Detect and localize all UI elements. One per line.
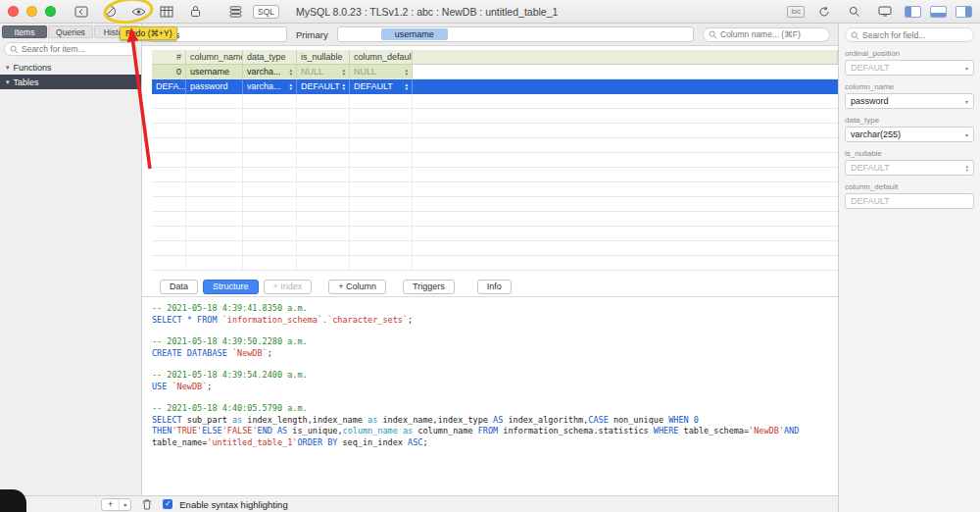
stepper-icon[interactable]: ▴▾ xyxy=(289,68,292,76)
eye-icon[interactable] xyxy=(127,4,149,20)
tab-structure[interactable]: Structure xyxy=(203,280,259,294)
stepper-icon[interactable]: ▴▾ xyxy=(965,164,968,172)
table-row-empty[interactable] xyxy=(152,241,838,256)
column-name-select[interactable]: password ▾ xyxy=(845,93,974,109)
search-icon[interactable] xyxy=(844,4,865,20)
table-row-empty[interactable] xyxy=(152,182,838,197)
header-is-nullable[interactable]: is_nullable xyxy=(297,50,350,65)
plus-icon[interactable]: + xyxy=(102,499,120,509)
sidebar-tab-queries[interactable]: Queries xyxy=(48,26,93,38)
sql-log-line: USE `NewDB`; xyxy=(152,382,828,393)
tab-triggers[interactable]: Triggers xyxy=(403,280,455,294)
table-topbar: Primary username xyxy=(142,24,838,46)
disclosure-triangle-icon[interactable]: ▾ xyxy=(6,78,10,86)
cell-column-name[interactable]: password xyxy=(186,79,243,94)
zoom-window-button[interactable] xyxy=(45,6,56,17)
tab-add-column[interactable]: + Column xyxy=(328,280,386,294)
primary-key-chip[interactable]: username xyxy=(381,28,448,40)
primary-key-field[interactable]: username xyxy=(337,26,694,42)
sidebar-search-input[interactable] xyxy=(22,44,131,54)
cell-column-default[interactable]: NULL ▴▾ xyxy=(350,65,413,79)
chevron-down-icon[interactable]: ▾ xyxy=(965,98,968,105)
sql-editor-button[interactable]: SQL xyxy=(253,5,279,19)
table-row-empty[interactable] xyxy=(152,212,838,227)
chevron-down-icon[interactable]: ▾ xyxy=(965,65,968,72)
sql-log-line: THEN'TRUE'ELSE'FALSE'END AS is_unique,co… xyxy=(152,426,828,437)
table-row-empty[interactable] xyxy=(152,138,838,153)
block-icon[interactable] xyxy=(99,4,121,20)
header-data-type[interactable]: data_type xyxy=(243,50,297,65)
table-row-empty[interactable] xyxy=(152,153,838,168)
table-row-empty[interactable] xyxy=(152,197,838,212)
sidebar-search[interactable] xyxy=(4,42,137,56)
field-label: is_nullable xyxy=(845,149,974,158)
stepper-icon[interactable]: ▴▾ xyxy=(405,68,408,76)
stepper-icon[interactable]: ▴▾ xyxy=(405,82,408,90)
cell-column-name[interactable]: username xyxy=(186,65,243,79)
monitor-icon[interactable] xyxy=(874,4,896,20)
cell-num[interactable]: 0 xyxy=(152,65,186,79)
ordinal-position-select[interactable]: DEFAULT ▾ xyxy=(845,60,974,76)
disclosure-triangle-icon[interactable]: ▾ xyxy=(6,64,10,72)
table-row-empty[interactable] xyxy=(152,168,838,182)
sidebar-tab-items[interactable]: Items xyxy=(2,26,47,38)
add-item-button[interactable]: + ▾ xyxy=(101,498,131,511)
cell-data-type[interactable]: varcha... ▴▾ xyxy=(243,79,297,94)
traffic-lights xyxy=(8,6,56,17)
table-row-empty[interactable] xyxy=(152,256,838,271)
inspector-search[interactable] xyxy=(845,27,974,42)
sidebar-item-functions[interactable]: ▾ Functions xyxy=(0,60,141,75)
column-default-field[interactable]: DEFAULT xyxy=(845,193,974,209)
back-icon[interactable] xyxy=(71,4,92,20)
stepper-icon[interactable]: ▴▾ xyxy=(342,82,345,90)
header-column-name[interactable]: column_name xyxy=(186,50,243,65)
sidebar-item-tables[interactable]: ▾ Tables xyxy=(0,75,141,89)
search-icon xyxy=(10,40,19,58)
refresh-icon[interactable] xyxy=(813,4,835,20)
tab-data[interactable]: Data xyxy=(160,280,198,294)
table-row-empty[interactable] xyxy=(152,94,838,109)
chevron-down-icon[interactable]: ▾ xyxy=(120,501,130,508)
table-row-selected[interactable]: DEFA... password varcha... ▴▾ DEFAULT ▴▾… xyxy=(152,79,838,94)
column-search-input[interactable] xyxy=(720,29,824,39)
cell-num[interactable]: DEFA... xyxy=(152,79,186,94)
table-row[interactable]: 0 username varcha... ▴▾ NULL ▴▾ NULL ▴▾ xyxy=(152,65,838,79)
sql-log-line: table_name='untitled_table_1'ORDER BY se… xyxy=(152,437,828,449)
cell-is-nullable[interactable]: NULL ▴▾ xyxy=(297,65,350,79)
chevron-down-icon[interactable]: ▾ xyxy=(965,131,968,138)
redo-tooltip: Redo (⌘+Y) xyxy=(120,26,177,40)
columns-grid: # column_name data_type is_nullable colu… xyxy=(152,50,838,271)
data-type-select[interactable]: varchar(255) ▾ xyxy=(845,127,974,142)
cell-data-type[interactable]: varcha... ▴▾ xyxy=(243,65,297,79)
minimize-window-button[interactable] xyxy=(26,6,37,17)
tab-add-index[interactable]: + Index xyxy=(264,280,313,294)
tab-info[interactable]: Info xyxy=(477,280,512,294)
cell-column-default[interactable]: DEFAULT ▴▾ xyxy=(350,79,413,94)
table-row-empty[interactable] xyxy=(152,124,838,138)
header-num[interactable]: # xyxy=(152,50,186,65)
toggle-bottom-panel-icon[interactable] xyxy=(930,6,947,18)
table-row-empty[interactable] xyxy=(152,227,838,241)
field-group-column-name: column_name password ▾ xyxy=(845,82,974,109)
inspector-search-input[interactable] xyxy=(862,30,968,40)
stepper-icon[interactable]: ▴▾ xyxy=(342,68,345,76)
field-label: column_name xyxy=(845,82,974,91)
database-stack-icon[interactable] xyxy=(224,4,246,20)
redo-table-icon[interactable] xyxy=(156,4,177,20)
cell-is-nullable[interactable]: DEFAULT ▴▾ xyxy=(297,79,350,94)
stepper-icon[interactable]: ▴▾ xyxy=(289,82,292,90)
sql-log-line: -- 2021-05-18 4:39:50.2280 a.m. xyxy=(152,336,828,348)
syntax-highlighting-checkbox[interactable]: ✓ xyxy=(163,499,172,509)
toggle-left-panel-icon[interactable] xyxy=(905,6,921,18)
field-group-data-type: data_type varchar(255) ▾ xyxy=(845,116,974,142)
table-row-empty[interactable] xyxy=(152,109,838,124)
field-label: data_type xyxy=(845,116,974,125)
trash-icon[interactable] xyxy=(142,498,152,510)
field-label: column_default xyxy=(845,182,974,191)
column-search-field[interactable] xyxy=(703,27,830,42)
close-window-button[interactable] xyxy=(8,6,19,17)
header-column-default[interactable]: column_default xyxy=(350,50,413,65)
is-nullable-stepper[interactable]: DEFAULT ▴▾ xyxy=(845,160,974,176)
toggle-right-panel-icon[interactable] xyxy=(956,6,972,18)
lock-icon[interactable] xyxy=(184,4,206,20)
